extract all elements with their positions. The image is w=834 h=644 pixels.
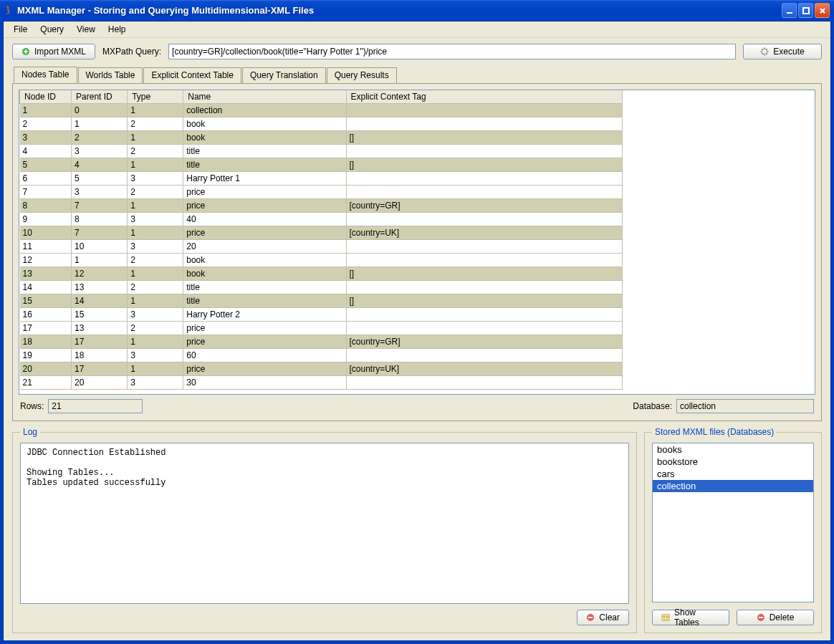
table-row[interactable]: 98340 — [20, 213, 623, 226]
table-cell: [] — [346, 131, 623, 145]
table-cell: [country=GR] — [346, 199, 623, 213]
tab-query-translation[interactable]: Query Translation — [242, 67, 326, 84]
table-cell: 15 — [72, 308, 128, 322]
tab-worlds-table[interactable]: Worlds Table — [78, 67, 143, 84]
toolbar: Import MXML MXPath Query: Execute — [4, 38, 830, 64]
table-cell: 15 — [20, 294, 72, 308]
table-row[interactable]: 16153Harry Potter 2 — [20, 308, 623, 322]
table-cell — [346, 213, 623, 226]
delete-button[interactable]: Delete — [737, 610, 814, 625]
tab-query-results[interactable]: Query Results — [327, 67, 397, 84]
table-cell — [346, 172, 623, 186]
stored-item[interactable]: collection — [653, 480, 813, 492]
table-cell: 4 — [72, 158, 128, 172]
table-cell: book — [183, 267, 346, 281]
stored-item[interactable]: bookstore — [653, 456, 813, 468]
table-cell: Harry Potter 2 — [183, 308, 346, 322]
table-cell: price — [183, 199, 346, 213]
table-cell: 40 — [183, 213, 346, 226]
table-row[interactable]: 2120330 — [20, 376, 623, 390]
import-icon — [21, 47, 30, 56]
col-type[interactable]: Type — [128, 90, 183, 104]
clear-label: Clear — [599, 612, 620, 623]
table-cell: book — [183, 117, 346, 131]
menu-help[interactable]: Help — [102, 24, 132, 35]
col-context[interactable]: Explicit Context Tag — [346, 90, 623, 104]
clear-log-button[interactable]: Clear — [577, 610, 629, 625]
table-scroll[interactable]: Node ID Parent ID Type Name Explicit Con… — [19, 90, 815, 395]
table-cell: 20 — [72, 376, 128, 390]
table-row[interactable]: 1918360 — [20, 349, 623, 362]
import-label: Import MXML — [34, 47, 86, 57]
table-row[interactable]: 321book[] — [20, 131, 623, 145]
svg-rect-5 — [588, 617, 593, 618]
import-mxml-button[interactable]: Import MXML — [12, 44, 95, 59]
menu-view[interactable]: View — [71, 24, 101, 35]
table-cell: [] — [346, 294, 623, 308]
col-parent-id[interactable]: Parent ID — [72, 90, 128, 104]
table-cell: 20 — [20, 362, 72, 376]
table-cell: 21 — [20, 376, 72, 390]
table-cell: 2 — [128, 281, 183, 294]
query-input[interactable] — [168, 44, 736, 59]
table-cell: [country=GR] — [346, 335, 623, 349]
table-row[interactable]: 13121book[] — [20, 267, 623, 281]
menu-file[interactable]: File — [8, 24, 33, 35]
col-name[interactable]: Name — [183, 90, 346, 104]
stored-item[interactable]: cars — [653, 468, 813, 480]
table-cell: 8 — [20, 199, 72, 213]
log-textarea[interactable]: JDBC Connection Established Showing Tabl… — [20, 443, 629, 604]
table-row[interactable]: 1071price[country=UK] — [20, 226, 623, 240]
menu-query[interactable]: Query — [34, 24, 70, 35]
table-cell: 18 — [72, 349, 128, 362]
table-row[interactable]: 1110320 — [20, 240, 623, 254]
table-cell: 1 — [128, 131, 183, 145]
table-row[interactable]: 871price[country=GR] — [20, 199, 623, 213]
delete-icon — [757, 613, 765, 622]
stored-list[interactable]: booksbookstorecarscollection — [652, 443, 814, 602]
tab-explicit-context[interactable]: Explicit Context Table — [143, 67, 241, 84]
table-cell: 17 — [20, 322, 72, 335]
table-row[interactable]: 212book — [20, 117, 623, 131]
table-row[interactable]: 541title[] — [20, 158, 623, 172]
stored-item[interactable]: books — [653, 443, 813, 456]
table-cell — [346, 117, 623, 131]
table-row[interactable]: 732price — [20, 186, 623, 199]
delete-label: Delete — [770, 612, 795, 623]
table-cell: 3 — [128, 308, 183, 322]
table-cell: price — [183, 186, 346, 199]
table-row[interactable]: 15141title[] — [20, 294, 623, 308]
table-cell: 8 — [72, 213, 128, 226]
table-cell: 1 — [128, 158, 183, 172]
minimize-button[interactable] — [782, 3, 797, 18]
table-cell: 3 — [128, 376, 183, 390]
lower-panels: Log JDBC Connection Established Showing … — [12, 427, 822, 633]
table-row[interactable]: 17132price — [20, 322, 623, 335]
db-label: Database: — [633, 401, 672, 411]
rows-label: Rows: — [20, 401, 44, 411]
show-tables-button[interactable]: Show Tables — [652, 610, 729, 625]
maximize-button[interactable] — [798, 3, 813, 18]
col-node-id[interactable]: Node ID — [20, 90, 72, 104]
close-button[interactable] — [815, 3, 830, 18]
table-cell: 2 — [128, 254, 183, 267]
tab-nodes-table[interactable]: Nodes Table — [14, 67, 77, 83]
window-title: MXML Manager - Storing and Querying Mult… — [17, 5, 782, 16]
table-cell: title — [183, 158, 346, 172]
svg-rect-1 — [803, 8, 809, 14]
table-row[interactable]: 18171price[country=GR] — [20, 335, 623, 349]
table-row[interactable]: 101collection — [20, 104, 623, 117]
table-cell: price — [183, 362, 346, 376]
table-cell: [country=UK] — [346, 362, 623, 376]
table-row[interactable]: 14132title — [20, 281, 623, 294]
client-area: File Query View Help Import MXML MXPath … — [3, 21, 831, 641]
table-cell — [346, 104, 623, 117]
table-row[interactable]: 653Harry Potter 1 — [20, 172, 623, 186]
execute-button[interactable]: Execute — [743, 44, 822, 59]
table-row[interactable]: 20171price[country=UK] — [20, 362, 623, 376]
table-cell: 14 — [72, 294, 128, 308]
table-cell: title — [183, 281, 346, 294]
table-row[interactable]: 432title — [20, 145, 623, 158]
table-row[interactable]: 1212book — [20, 254, 623, 267]
window-controls — [782, 3, 830, 18]
